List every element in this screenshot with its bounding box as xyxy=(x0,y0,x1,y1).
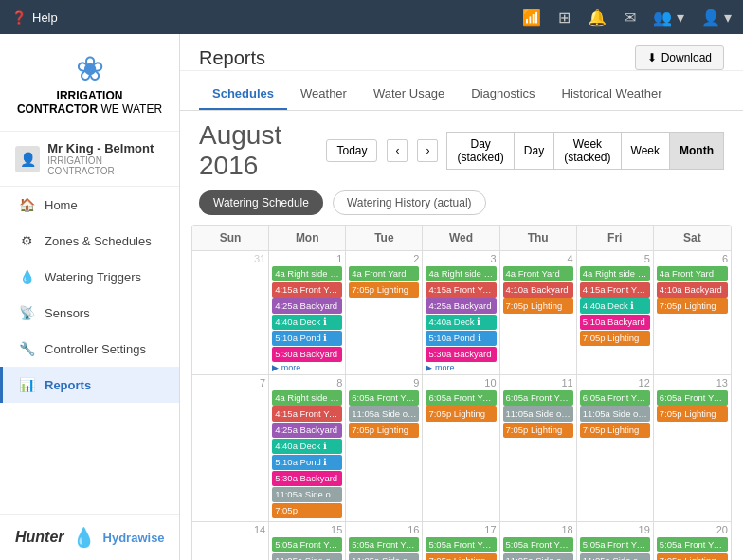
calendar-event[interactable]: 5:30a Backyard xyxy=(272,347,342,362)
tab-historical-weather[interactable]: Historical Weather xyxy=(549,79,676,110)
sidebar-item-zones[interactable]: ⚙ Zones & Schedules xyxy=(0,223,179,259)
calendar-event[interactable]: 6:05a Front Yard xyxy=(503,390,573,406)
calendar-day[interactable]: 185:05a Front Yard11:05a Side of di7:05p… xyxy=(500,522,577,560)
calendar-event[interactable]: 11:05a Side of d xyxy=(272,487,342,502)
calendar-day[interactable]: 126:05a Front Yard11:05a Side of dr7:05p… xyxy=(577,375,654,521)
calendar-day[interactable]: 195:05a Front Yard11:05a Side of di7:05p… xyxy=(577,522,654,560)
calendar-event[interactable]: 11:05a Side of di xyxy=(272,553,342,560)
bell-icon[interactable]: 🔔 xyxy=(588,9,607,27)
calendar-event[interactable]: 5:10a Backyard xyxy=(580,315,650,330)
calendar-event[interactable]: 11:05a Side of di xyxy=(349,406,419,422)
sidebar-item-controller[interactable]: 🔧 Controller Settings xyxy=(0,331,179,367)
calendar-day[interactable]: 24a Front Yard7:05p Lighting xyxy=(346,251,423,374)
calendar-event[interactable]: 4:40a Deck ℹ xyxy=(272,439,342,454)
wifi-icon[interactable]: 📶 xyxy=(522,9,541,27)
user-icon[interactable]: 👤 ▾ xyxy=(701,9,732,27)
more-events-link[interactable]: ▶ more xyxy=(426,363,496,372)
watering-history-button[interactable]: Watering History (actual) xyxy=(333,190,486,215)
calendar-event[interactable]: 11:05a Side of di xyxy=(503,553,573,560)
calendar-event[interactable]: 5:05a Front Yard xyxy=(503,537,573,552)
calendar-event[interactable]: 5:05a Front Yard xyxy=(580,537,650,552)
calendar-day[interactable]: 155:05a Front Yard11:05a Side of di7:05p… xyxy=(269,522,346,560)
calendar-event[interactable]: 11:05a Side of di xyxy=(503,406,573,422)
calendar-event[interactable]: 4:15a Front Yard xyxy=(426,282,496,298)
calendar-event[interactable]: 4a Front Yard xyxy=(503,266,573,281)
calendar-event[interactable]: 4a Right side dri xyxy=(580,266,650,281)
calendar-day[interactable]: 31 xyxy=(192,251,269,374)
calendar-event[interactable]: 4a Right side dri xyxy=(426,266,496,281)
calendar-event[interactable]: 7:05p Lighting xyxy=(580,423,650,438)
calendar-event[interactable]: 11:05a Side of di xyxy=(580,553,650,560)
calendar-event[interactable]: 11:05a Side of dr xyxy=(580,406,650,422)
calendar-event[interactable]: 7:05p Lighting xyxy=(657,553,728,560)
tab-water-usage[interactable]: Water Usage xyxy=(360,79,458,110)
calendar-day[interactable]: 96:05a Front Yard11:05a Side of di7:05p … xyxy=(346,375,423,521)
calendar-event[interactable]: 7:05p xyxy=(272,503,342,518)
watering-schedule-button[interactable]: Watering Schedule xyxy=(199,190,323,215)
tab-diagnostics[interactable]: Diagnostics xyxy=(458,79,548,110)
view-week[interactable]: Week xyxy=(621,132,670,170)
calendar-event[interactable]: 5:10a Pond ℹ xyxy=(426,331,496,346)
tab-weather[interactable]: Weather xyxy=(287,79,360,110)
calendar-day[interactable]: 205:05a Front Yard7:05p Lighting xyxy=(654,522,731,560)
calendar-event[interactable]: 4:40a Deck ℹ xyxy=(580,298,650,314)
calendar-event[interactable]: 7:05p Lighting xyxy=(503,423,573,438)
calendar-event[interactable]: 5:30a Backyard xyxy=(426,347,496,362)
calendar-event[interactable]: 11:05a Side of di xyxy=(349,553,419,560)
calendar-event[interactable]: 7:05p Lighting xyxy=(503,298,573,314)
calendar-day[interactable]: 106:05a Front Yard7:05p Lighting xyxy=(423,375,499,521)
calendar-event[interactable]: 4a Front Yard xyxy=(349,266,419,281)
calendar-day[interactable]: 116:05a Front Yard11:05a Side of di7:05p… xyxy=(500,375,577,521)
calendar-event[interactable]: 6:05a Front Yard xyxy=(349,390,419,406)
sidebar-item-home[interactable]: 🏠 Home xyxy=(0,187,179,223)
calendar-day[interactable]: 64a Front Yard4:10a Backyard7:05p Lighti… xyxy=(654,251,731,374)
calendar-event[interactable]: 4:10a Backyard xyxy=(503,282,573,298)
calendar-event[interactable]: 5:05a Front Yard xyxy=(349,537,419,552)
more-events-link[interactable]: ▶ more xyxy=(272,363,342,372)
calendar-day[interactable]: 14a Right side dri4:15a Front Yard4:25a … xyxy=(269,251,346,374)
calendar-event[interactable]: 4:40a Deck ℹ xyxy=(426,315,496,330)
calendar-event[interactable]: 6:05a Front Yard xyxy=(580,390,650,406)
calendar-event[interactable]: 7:05p Lighting xyxy=(426,553,496,560)
prev-month-button[interactable]: ‹ xyxy=(387,139,408,162)
calendar-event[interactable]: 4:15a Front Yard xyxy=(272,282,342,298)
calendar-event[interactable]: 7:05p Lighting xyxy=(426,406,496,422)
view-week-stacked[interactable]: Week (stacked) xyxy=(553,132,621,170)
next-month-button[interactable]: › xyxy=(417,139,438,162)
calendar-event[interactable]: 4:15a Front Yard xyxy=(272,406,342,422)
mail-icon[interactable]: ✉ xyxy=(624,9,636,27)
sidebar-item-triggers[interactable]: 💧 Watering Triggers xyxy=(0,259,179,295)
calendar-event[interactable]: 5:10a Pond ℹ xyxy=(272,455,342,470)
calendar-event[interactable]: 4:25a Backyard xyxy=(272,423,342,438)
calendar-event[interactable]: 7:05p Lighting xyxy=(657,298,728,314)
calendar-event[interactable]: 5:30a Backyard xyxy=(272,471,342,486)
view-day[interactable]: Day xyxy=(514,132,554,170)
calendar-event[interactable]: 6:05a Front Yard xyxy=(657,390,728,406)
calendar-event[interactable]: 4a Front Yard xyxy=(657,266,728,281)
today-button[interactable]: Today xyxy=(326,139,377,162)
calendar-day[interactable]: 7 xyxy=(192,375,269,521)
sidebar-item-sensors[interactable]: 📡 Sensors xyxy=(0,295,179,331)
users-icon[interactable]: 👥 ▾ xyxy=(653,9,683,27)
calendar-day[interactable]: 165:05a Front Yard11:05a Side of di7:05p… xyxy=(346,522,423,560)
calendar-day[interactable]: 175:05a Front Yard7:05p Lighting xyxy=(423,522,499,560)
tab-schedules[interactable]: Schedules xyxy=(199,79,287,110)
help-section[interactable]: ❓ Help xyxy=(11,10,58,25)
calendar-event[interactable]: 7:05p Lighting xyxy=(657,406,728,422)
calendar-day[interactable]: 34a Right side dri4:15a Front Yard4:25a … xyxy=(423,251,499,374)
calendar-event[interactable]: 4:40a Deck ℹ xyxy=(272,315,342,330)
calendar-event[interactable]: 7:05p Lighting xyxy=(349,423,419,438)
calendar-event[interactable]: 4:15a Front Yard xyxy=(580,282,650,298)
calendar-day[interactable]: 136:05a Front Yard7:05p Lighting xyxy=(654,375,731,521)
calendar-event[interactable]: 4:25a Backyard xyxy=(426,298,496,314)
calendar-event[interactable]: 4a Right side dri xyxy=(272,390,342,406)
calendar-day[interactable]: 54a Right side dri4:15a Front Yard4:40a … xyxy=(577,251,654,374)
calendar-event[interactable]: 5:10a Pond ℹ xyxy=(272,331,342,346)
calendar-event[interactable]: 5:05a Front Yard xyxy=(426,537,496,552)
calendar-day[interactable]: 84a Right side dri4:15a Front Yard4:25a … xyxy=(269,375,346,521)
view-month[interactable]: Month xyxy=(669,132,724,170)
calendar-event[interactable]: 5:05a Front Yard xyxy=(657,537,728,552)
calendar-event[interactable]: 7:05p Lighting xyxy=(349,282,419,298)
sidebar-item-reports[interactable]: 📊 Reports xyxy=(0,367,179,403)
calendar-event[interactable]: 4:25a Backyard xyxy=(272,298,342,314)
